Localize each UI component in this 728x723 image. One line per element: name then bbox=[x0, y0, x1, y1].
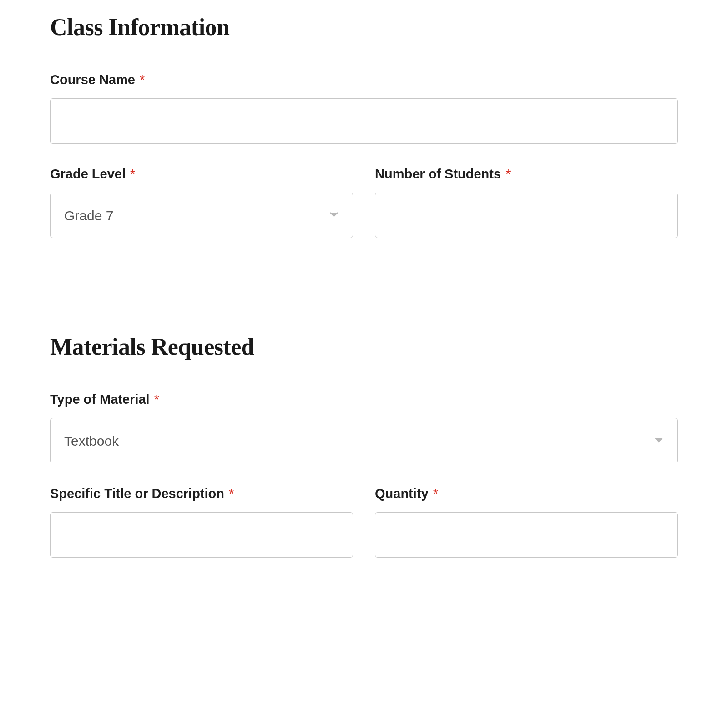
required-star-icon: * bbox=[130, 167, 135, 181]
grade-level-field: Grade Level * Grade 7 bbox=[50, 167, 353, 238]
required-star-icon: * bbox=[506, 167, 511, 181]
num-students-label: Number of Students * bbox=[375, 167, 678, 182]
required-star-icon: * bbox=[433, 486, 438, 501]
materials-heading: Materials Requested bbox=[50, 333, 678, 360]
quantity-input[interactable] bbox=[375, 512, 678, 558]
material-type-label-text: Type of Material bbox=[50, 392, 150, 407]
course-name-label-text: Course Name bbox=[50, 72, 135, 87]
required-star-icon: * bbox=[229, 486, 234, 501]
material-type-label: Type of Material * bbox=[50, 392, 678, 407]
quantity-label: Quantity * bbox=[375, 486, 678, 501]
course-name-input[interactable] bbox=[50, 98, 678, 144]
grade-level-select[interactable]: Grade 7 bbox=[50, 193, 353, 238]
section-divider bbox=[50, 292, 678, 292]
course-name-label: Course Name * bbox=[50, 72, 678, 87]
required-star-icon: * bbox=[154, 392, 159, 407]
quantity-field: Quantity * bbox=[375, 486, 678, 558]
course-name-field: Course Name * bbox=[50, 72, 678, 144]
required-star-icon: * bbox=[140, 72, 145, 87]
num-students-input[interactable] bbox=[375, 193, 678, 238]
material-type-select[interactable]: Textbook bbox=[50, 418, 678, 463]
material-type-field: Type of Material * Textbook bbox=[50, 392, 678, 463]
num-students-field: Number of Students * bbox=[375, 167, 678, 238]
title-desc-input[interactable] bbox=[50, 512, 353, 558]
grade-level-label-text: Grade Level bbox=[50, 167, 126, 181]
title-desc-field: Specific Title or Description * bbox=[50, 486, 353, 558]
class-info-heading: Class Information bbox=[50, 14, 678, 41]
title-desc-label: Specific Title or Description * bbox=[50, 486, 353, 501]
num-students-label-text: Number of Students bbox=[375, 167, 501, 181]
title-desc-label-text: Specific Title or Description bbox=[50, 486, 224, 501]
quantity-label-text: Quantity bbox=[375, 486, 429, 501]
grade-level-label: Grade Level * bbox=[50, 167, 353, 182]
